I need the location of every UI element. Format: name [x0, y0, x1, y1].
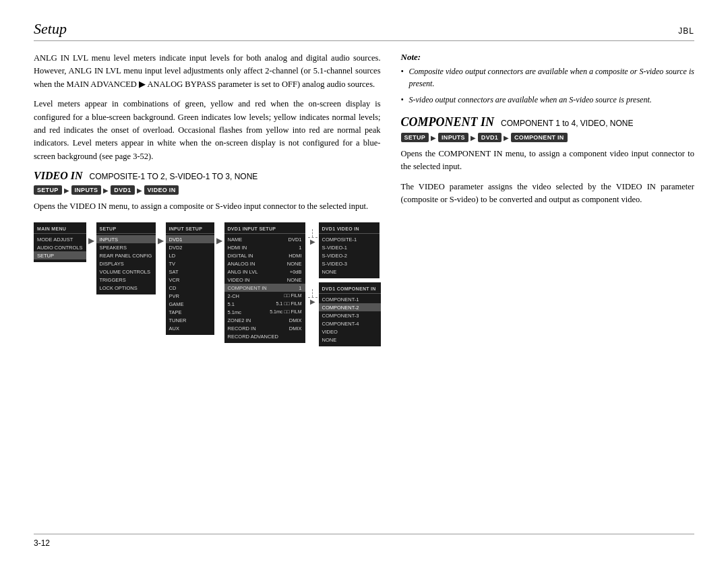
video-in-options: COMPOSITE-1 TO 2, S-VIDEO-1 TO 3, NONE: [89, 172, 257, 181]
setup-inputs: INPUTS: [96, 235, 156, 243]
input-aux: AUX: [166, 324, 214, 332]
setup-menu-title: SETUP: [96, 225, 156, 234]
ci-breadcrumb-inputs: INPUTS: [438, 133, 468, 142]
component-in-para2: The VIDEO parameter assigns the video se…: [401, 181, 694, 207]
arrow-1: ▶: [86, 236, 96, 246]
input-dvd1: DVD1: [166, 235, 214, 243]
input-cd: CD: [166, 284, 214, 292]
dvd1-hdmi-row: HDMI IN1: [224, 243, 305, 251]
note-list: Composite video output connectors are av…: [401, 65, 694, 106]
dvd1-51-row: 5.15.1 □□ FILM: [224, 300, 305, 308]
page-container: Setup JBL ANLG IN LVL menu level meters …: [0, 0, 728, 562]
video-in-breadcrumb: SETUP ▶ INPUTS ▶ DVD1 ▶ VIDEO IN: [34, 185, 381, 195]
note-section: Note: Composite video output connectors …: [401, 52, 694, 106]
input-setup-box: INPUT SETUP DVD1 DVD2 LD TV SAT VCR CD P…: [166, 222, 214, 335]
input-pvr: PVR: [166, 292, 214, 300]
input-ld: LD: [166, 251, 214, 259]
setup-rear-panel: REAR PANEL CONFIG: [96, 251, 156, 259]
setup-displays: DISPLAYS: [96, 259, 156, 268]
breadcrumb-video-in: VIDEO IN: [144, 185, 179, 195]
input-setup-title: INPUT SETUP: [166, 225, 214, 234]
input-sat: SAT: [166, 268, 214, 276]
component-in-heading: COMPONENT IN COMPONENT 1 to 4, VIDEO, NO…: [401, 115, 694, 129]
dvd1-component-in-box: DVD1 COMPONENT IN COMPONENT-1 COMPONENT-…: [319, 282, 381, 346]
arrow-2: ▶: [156, 236, 166, 246]
dvd1-video-in-box: DVD1 VIDEO IN COMPOSITE-1 S-VIDEO-1 S-VI…: [319, 222, 380, 278]
setup-menu-box: SETUP INPUTS SPEAKERS REAR PANEL CONFIG …: [96, 222, 156, 294]
ci-breadcrumb-dvd1: DVD1: [478, 133, 502, 142]
none-component: NONE: [319, 336, 381, 344]
dvd1-video-in-row: VIDEO INNONE: [224, 276, 305, 284]
component-in-para1: Opens the COMPONENT IN menu, to assign a…: [401, 148, 694, 174]
ci-arrow-1: ▶: [431, 134, 436, 142]
s-video-1: S-VIDEO-1: [319, 243, 380, 251]
content-area: ANLG IN LVL menu level meters indicate i…: [34, 52, 694, 346]
note-item-2: S-video output connectors are available …: [401, 94, 694, 106]
component-2: COMPONENT-2: [319, 303, 381, 311]
page-header: Setup JBL: [34, 20, 694, 41]
breadcrumb-setup: SETUP: [34, 185, 62, 195]
component-4: COMPONENT-4: [319, 319, 381, 327]
main-menu-title: MAIN MENU: [34, 225, 86, 234]
dvd1-component-in-row: COMPONENT IN1: [224, 284, 305, 292]
s-video-2: S-VIDEO-2: [319, 251, 380, 259]
component-in-submenu-group: ▶ DVD1 COMPONENT IN COMPONENT-1 COMPONEN…: [308, 282, 381, 346]
note-item-1: Composite video output connectors are av…: [401, 65, 694, 90]
component-in-title: COMPONENT IN: [401, 115, 495, 129]
note-title: Note:: [401, 52, 694, 63]
composite-1: COMPOSITE-1: [319, 235, 380, 243]
dvd1-name-row: NAMEDVD1: [224, 235, 305, 243]
ci-breadcrumb-setup: SETUP: [401, 133, 429, 142]
dvd1-video-in-title: DVD1 VIDEO IN: [319, 225, 380, 234]
component-in-options: COMPONENT 1 to 4, VIDEO, NONE: [501, 119, 634, 128]
main-menu-setup: SETUP: [34, 251, 86, 259]
video-in-heading: VIDEO IN COMPOSITE-1 TO 2, S-VIDEO-1 TO …: [34, 170, 381, 182]
page-footer: 3-12: [34, 534, 694, 549]
none-video: NONE: [319, 268, 380, 276]
dvd1-digital-row: DIGITAL INHDMI: [224, 251, 305, 259]
main-menu-box: MAIN MENU MODE ADJUST AUDIO CONTROLS SET…: [34, 222, 86, 262]
ci-breadcrumb-component: COMPONENT IN: [511, 133, 568, 142]
left-column: ANLG IN LVL menu level meters indicate i…: [34, 52, 381, 346]
dvd1-zone2-row: ZONE2 INDMIX: [224, 316, 305, 324]
dvd1-setup-title: DVD1 INPUT SETUP: [224, 225, 305, 234]
component-in-breadcrumb: SETUP ▶ INPUTS ▶ DVD1 ▶ COMPONENT IN: [401, 133, 694, 142]
page-number: 3-12: [34, 538, 50, 548]
right-column: Note: Composite video output connectors …: [401, 52, 694, 346]
setup-speakers: SPEAKERS: [96, 243, 156, 251]
breadcrumb-arrow-3: ▶: [137, 187, 142, 194]
breadcrumb-arrow-1: ▶: [64, 187, 69, 194]
input-game: GAME: [166, 300, 214, 308]
para-level-meters: Level meters appear in combinations of g…: [34, 98, 381, 163]
right-sub-menus: ▶ DVD1 VIDEO IN COMPOSITE-1 S-VIDEO-1 S-…: [308, 222, 381, 346]
page-title: Setup: [34, 20, 67, 38]
component-1: COMPONENT-1: [319, 295, 381, 303]
dvd1-anlg-lvl-row: ANLG IN LVL+0dB: [224, 268, 305, 276]
dvd1-record-adv-row: RECORD ADVANCED: [224, 332, 305, 340]
dashed-connector-top: ▶: [308, 229, 317, 245]
video-in-submenu-group: ▶ DVD1 VIDEO IN COMPOSITE-1 S-VIDEO-1 S-…: [308, 222, 381, 278]
input-tv: TV: [166, 259, 214, 268]
dvd1-record-in-row: RECORD INDMIX: [224, 324, 305, 332]
menu-diagram: MAIN MENU MODE ADJUST AUDIO CONTROLS SET…: [34, 222, 381, 346]
setup-lock: LOCK OPTIONS: [96, 284, 156, 292]
dashed-connector-bottom: ▶: [308, 289, 317, 305]
breadcrumb-inputs: INPUTS: [71, 185, 102, 195]
brand-label: JBL: [678, 26, 694, 36]
dvd1-input-setup-box: DVD1 INPUT SETUP NAMEDVD1 HDMI IN1 DIGIT…: [224, 222, 305, 343]
setup-triggers: TRIGGERS: [96, 276, 156, 284]
input-tape: TAPE: [166, 308, 214, 316]
dvd1-analog-row: ANALOG INNONE: [224, 259, 305, 268]
s-video-3: S-VIDEO-3: [319, 259, 380, 268]
input-dvd2: DVD2: [166, 243, 214, 251]
dvd1-2ch-row: 2-CH□□ FILM: [224, 292, 305, 300]
breadcrumb-dvd1: DVD1: [111, 185, 134, 195]
input-tuner: TUNER: [166, 316, 214, 324]
video-option: VIDEO: [319, 327, 381, 336]
breadcrumb-arrow-2: ▶: [103, 187, 109, 194]
dvd1-51mc-row: 5.1mc5.1mc □□ FILM: [224, 308, 305, 316]
input-vcr: VCR: [166, 276, 214, 284]
video-in-description: Opens the VIDEO IN menu, to assign a com…: [34, 200, 381, 213]
dvd1-component-in-title: DVD1 COMPONENT IN: [319, 285, 381, 294]
ci-arrow-3: ▶: [504, 134, 509, 142]
